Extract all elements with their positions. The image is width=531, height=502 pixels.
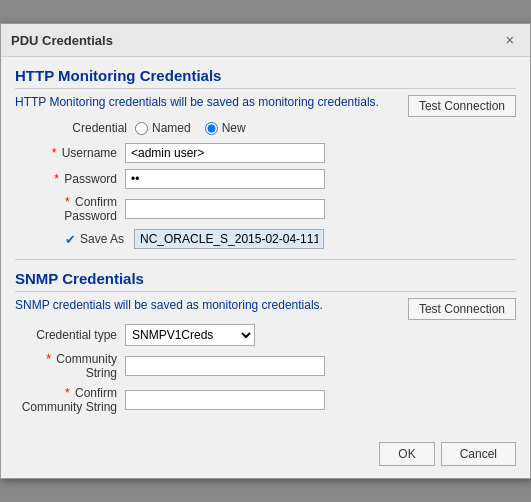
username-input[interactable]: [125, 143, 325, 163]
http-section-header: HTTP Monitoring credentials will be save…: [15, 95, 516, 117]
credential-row: Credential Named New: [65, 121, 516, 135]
confirm-required-star: *: [65, 195, 70, 209]
community-string-input[interactable]: [125, 356, 325, 376]
pdu-credentials-dialog: PDU Credentials × HTTP Monitoring Creden…: [0, 23, 531, 479]
confirm-password-label: * Confirm Password: [15, 195, 125, 223]
confirm-community-required-star: *: [65, 386, 70, 400]
new-radio-label: New: [222, 121, 246, 135]
dialog-titlebar: PDU Credentials ×: [1, 24, 530, 57]
cred-type-label: Credential type: [15, 328, 125, 342]
dialog-title: PDU Credentials: [11, 33, 113, 48]
http-section-title: HTTP Monitoring Credentials: [15, 67, 516, 89]
save-as-row: ✔ Save As: [65, 229, 516, 249]
save-as-check: ✔ Save As: [65, 232, 124, 247]
save-as-input[interactable]: [134, 229, 324, 249]
username-label: * Username: [15, 146, 125, 160]
new-radio[interactable]: [205, 122, 218, 135]
http-test-connection-button[interactable]: Test Connection: [408, 95, 516, 117]
confirm-password-row: * Confirm Password: [15, 195, 516, 223]
http-section: HTTP Monitoring Credentials HTTP Monitor…: [15, 67, 516, 249]
community-row: * Community String: [15, 352, 516, 380]
password-input[interactable]: [125, 169, 325, 189]
section-divider: [15, 259, 516, 260]
community-label: * Community String: [15, 352, 125, 380]
confirm-password-input[interactable]: [125, 199, 325, 219]
credential-radio-group: Named New: [135, 121, 246, 135]
dialog-body: HTTP Monitoring Credentials HTTP Monitor…: [1, 57, 530, 434]
snmp-section-header: SNMP credentials will be saved as monito…: [15, 298, 516, 320]
new-radio-option[interactable]: New: [205, 121, 246, 135]
close-button[interactable]: ×: [500, 30, 520, 50]
named-radio-label: Named: [152, 121, 191, 135]
username-row: * Username: [15, 143, 516, 163]
snmp-section: SNMP Credentials SNMP credentials will b…: [15, 270, 516, 414]
community-required-star: *: [46, 352, 51, 366]
dialog-footer: OK Cancel: [1, 434, 530, 478]
save-as-label: Save As: [80, 232, 124, 246]
named-radio[interactable]: [135, 122, 148, 135]
snmp-section-title: SNMP Credentials: [15, 270, 516, 292]
confirm-community-string-input[interactable]: [125, 390, 325, 410]
http-section-desc: HTTP Monitoring credentials will be save…: [15, 95, 379, 109]
password-row: * Password: [15, 169, 516, 189]
named-radio-option[interactable]: Named: [135, 121, 191, 135]
cred-type-row: Credential type SNMPV1Creds: [15, 324, 516, 346]
password-label: * Password: [15, 172, 125, 186]
confirm-community-label: * Confirm Community String: [15, 386, 125, 414]
snmp-test-connection-button[interactable]: Test Connection: [408, 298, 516, 320]
checkmark-icon: ✔: [65, 232, 76, 247]
cred-type-select[interactable]: SNMPV1Creds: [125, 324, 255, 346]
cancel-button[interactable]: Cancel: [441, 442, 516, 466]
confirm-community-row: * Confirm Community String: [15, 386, 516, 414]
password-required-star: *: [54, 172, 59, 186]
username-required-star: *: [52, 146, 57, 160]
snmp-section-desc: SNMP credentials will be saved as monito…: [15, 298, 323, 312]
credential-label: Credential: [65, 121, 135, 135]
ok-button[interactable]: OK: [379, 442, 434, 466]
